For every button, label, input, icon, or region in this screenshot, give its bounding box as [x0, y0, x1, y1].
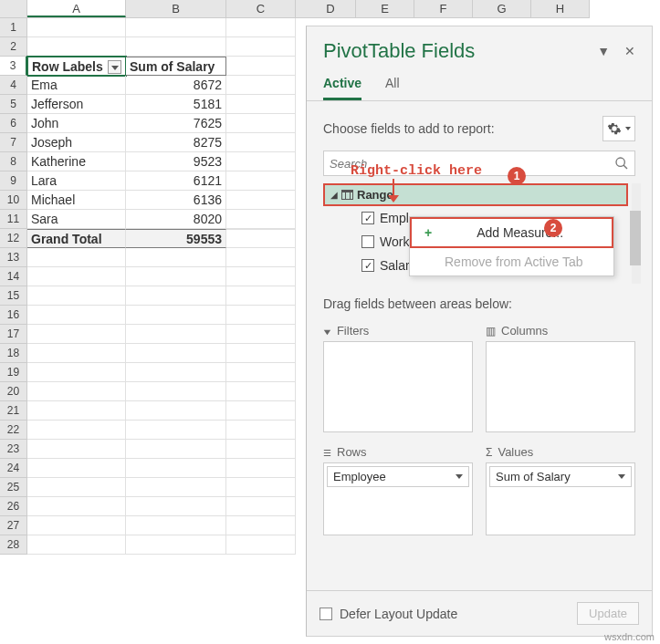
- columns-drop-area[interactable]: [486, 341, 635, 432]
- row-header[interactable]: 7: [0, 133, 27, 152]
- cell[interactable]: 8275: [126, 133, 226, 152]
- cell[interactable]: [226, 133, 296, 152]
- cell[interactable]: [27, 248, 126, 267]
- cell[interactable]: [126, 344, 226, 363]
- cell[interactable]: [27, 344, 126, 363]
- cell[interactable]: [226, 248, 296, 267]
- values-field-salary[interactable]: Sum of Salary: [489, 466, 632, 487]
- row-header[interactable]: 25: [0, 478, 27, 497]
- col-header-C[interactable]: C: [226, 0, 296, 17]
- cell[interactable]: [27, 382, 126, 401]
- row-header[interactable]: 4: [0, 76, 27, 95]
- cell[interactable]: Jefferson: [27, 95, 126, 114]
- search-box[interactable]: [323, 151, 635, 176]
- row-header[interactable]: 1: [0, 18, 27, 37]
- row-header[interactable]: 9: [0, 171, 27, 191]
- cell[interactable]: 8672: [126, 76, 226, 95]
- cell[interactable]: [126, 535, 226, 555]
- cell[interactable]: [126, 401, 226, 421]
- cell[interactable]: [226, 497, 296, 516]
- cell[interactable]: 8020: [126, 210, 226, 229]
- menu-add-measure[interactable]: + Add Measure...: [410, 217, 613, 248]
- cell[interactable]: [226, 76, 296, 95]
- row-header[interactable]: 8: [0, 152, 27, 171]
- cell[interactable]: Sara: [27, 210, 126, 229]
- cell[interactable]: [226, 37, 296, 57]
- col-header-D[interactable]: D: [306, 0, 356, 17]
- cell[interactable]: [226, 306, 296, 325]
- cell[interactable]: Katherine: [27, 152, 126, 171]
- row-header[interactable]: 15: [0, 286, 27, 306]
- update-button[interactable]: Update: [577, 602, 639, 625]
- cell[interactable]: [226, 421, 296, 440]
- cell[interactable]: [226, 344, 296, 363]
- checkbox-icon[interactable]: [361, 235, 374, 248]
- row-header[interactable]: 14: [0, 267, 27, 286]
- row-header[interactable]: 21: [0, 401, 27, 421]
- scrollbar-thumb[interactable]: [630, 211, 641, 265]
- cell[interactable]: [27, 267, 126, 286]
- cell[interactable]: [226, 18, 296, 37]
- cell[interactable]: [126, 306, 226, 325]
- checkbox-checked-icon[interactable]: [361, 212, 374, 224]
- cell[interactable]: [126, 363, 226, 382]
- row-header[interactable]: 26: [0, 497, 27, 516]
- cell[interactable]: [27, 516, 126, 535]
- rows-field-employee[interactable]: Employee: [327, 466, 469, 487]
- filter-dropdown-icon[interactable]: [108, 60, 121, 74]
- cell[interactable]: [226, 57, 296, 76]
- row-header[interactable]: 6: [0, 114, 27, 133]
- row-header[interactable]: 19: [0, 363, 27, 382]
- cell[interactable]: [27, 306, 126, 325]
- cell[interactable]: [226, 210, 296, 229]
- cell[interactable]: [226, 325, 296, 344]
- field-table-range[interactable]: ◢ Range: [323, 183, 628, 206]
- select-all-corner[interactable]: [0, 0, 27, 17]
- cell[interactable]: [126, 37, 226, 57]
- defer-checkbox[interactable]: [320, 608, 332, 620]
- cell[interactable]: [226, 95, 296, 114]
- tools-dropdown-button[interactable]: [602, 116, 635, 141]
- cell[interactable]: [27, 401, 126, 421]
- row-header[interactable]: 23: [0, 440, 27, 459]
- cell[interactable]: [226, 114, 296, 133]
- cell[interactable]: [226, 440, 296, 459]
- cell[interactable]: [226, 401, 296, 421]
- row-header[interactable]: 3: [0, 57, 27, 76]
- cell[interactable]: Michael: [27, 191, 126, 210]
- row-header[interactable]: 5: [0, 95, 27, 114]
- tab-all[interactable]: All: [385, 68, 400, 100]
- cell[interactable]: [226, 152, 296, 171]
- filters-drop-area[interactable]: [323, 341, 473, 432]
- cell[interactable]: [27, 421, 126, 440]
- row-header[interactable]: 10: [0, 191, 27, 210]
- row-header[interactable]: 22: [0, 421, 27, 440]
- col-header-E[interactable]: E: [356, 0, 414, 17]
- row-header[interactable]: 13: [0, 248, 27, 267]
- checkbox-checked-icon[interactable]: [361, 259, 374, 272]
- rows-drop-area[interactable]: Employee: [323, 462, 473, 535]
- cell[interactable]: [126, 18, 226, 37]
- cell[interactable]: [226, 229, 296, 248]
- row-header[interactable]: 20: [0, 382, 27, 401]
- pane-options-icon[interactable]: ▼: [597, 44, 610, 58]
- cell[interactable]: [27, 37, 126, 57]
- cell[interactable]: [126, 325, 226, 344]
- row-header[interactable]: 24: [0, 459, 27, 478]
- cell[interactable]: [27, 535, 126, 555]
- cell[interactable]: [27, 325, 126, 344]
- cell[interactable]: [27, 478, 126, 497]
- cell[interactable]: 7625: [126, 114, 226, 133]
- cell[interactable]: [27, 18, 126, 37]
- col-header-F[interactable]: F: [414, 0, 473, 17]
- row-header[interactable]: 17: [0, 325, 27, 344]
- cell-sum-header[interactable]: Sum of Salary: [126, 57, 226, 76]
- cell[interactable]: [126, 267, 226, 286]
- cell[interactable]: [226, 171, 296, 191]
- cell[interactable]: [27, 440, 126, 459]
- search-input[interactable]: [330, 157, 614, 171]
- collapse-icon[interactable]: ◢: [330, 190, 338, 200]
- cell[interactable]: [126, 478, 226, 497]
- col-header-A[interactable]: A: [27, 0, 126, 17]
- col-header-G[interactable]: G: [473, 0, 531, 17]
